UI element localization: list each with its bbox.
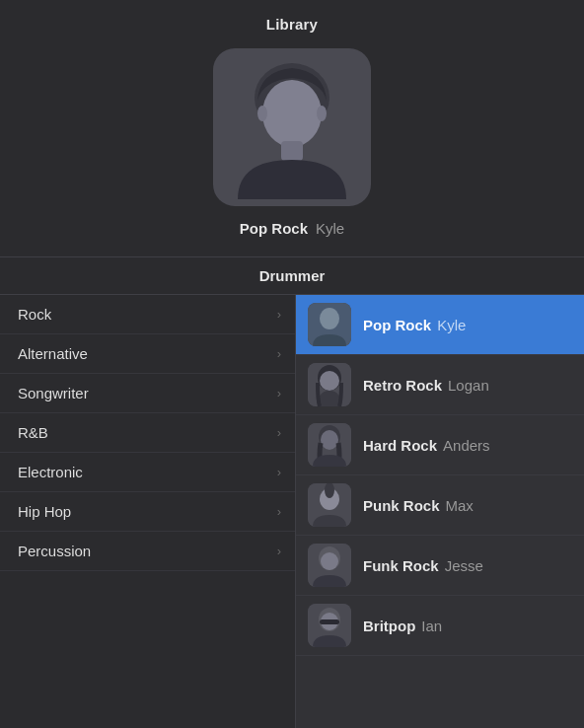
library-title: Library: [266, 16, 318, 33]
svg-point-9: [320, 371, 339, 391]
drummer-info: Pop Rock Kyle: [363, 317, 466, 333]
sidebar-item-label: Electronic: [18, 464, 83, 480]
drummer-avatar: [308, 423, 351, 467]
sidebar-item-label: Rock: [18, 306, 51, 323]
chevron-right-icon: ›: [277, 425, 281, 440]
drummer-genre: Funk Rock: [363, 557, 439, 574]
drummer-avatar: [308, 604, 351, 647]
drummer-name: Max: [446, 497, 474, 514]
artist-name: Kyle: [316, 220, 344, 237]
avatar-image: [228, 56, 356, 199]
sidebar-item-hiphop[interactable]: Hip Hop ›: [0, 492, 295, 532]
drummer-info: Britpop Ian: [363, 618, 442, 634]
sidebar-item-label: Songwriter: [18, 385, 89, 401]
drummer-info: Hard Rock Anders: [363, 437, 490, 454]
drummer-item-punkrock[interactable]: Punk Rock Max: [296, 475, 584, 536]
sidebar-item-electronic[interactable]: Electronic ›: [0, 453, 295, 492]
drummer-avatar: [308, 303, 351, 346]
sidebar-item-label: R&B: [18, 424, 48, 441]
drummer-item-retrorock[interactable]: Retro Rock Logan: [296, 355, 584, 415]
svg-point-12: [321, 430, 338, 450]
svg-rect-22: [320, 619, 339, 624]
sidebar-item-label: Hip Hop: [18, 503, 71, 520]
sidebar-item-alternative[interactable]: Alternative ›: [0, 334, 295, 374]
drummer-name: Anders: [443, 437, 490, 454]
drummer-genre: Hard Rock: [363, 437, 437, 454]
svg-rect-2: [281, 141, 303, 161]
chevron-right-icon: ›: [277, 544, 281, 558]
drummer-item-poprock[interactable]: Pop Rock Kyle: [296, 295, 584, 355]
chevron-right-icon: ›: [277, 386, 281, 400]
drummer-name: Ian: [421, 618, 442, 634]
svg-point-18: [321, 552, 338, 570]
svg-point-1: [262, 80, 322, 147]
sidebar-item-label: Percussion: [18, 543, 91, 559]
drummer-genre: Pop Rock: [363, 317, 431, 333]
drummer-genre: Punk Rock: [363, 497, 440, 514]
drummer-genre: Retro Rock: [363, 377, 442, 394]
chevron-right-icon: ›: [277, 465, 281, 479]
drummer-info: Retro Rock Logan: [363, 377, 489, 394]
drummer-avatar: [308, 483, 351, 527]
drummer-genre: Britpop: [363, 618, 415, 634]
artist-info: Pop Rock Kyle: [240, 220, 344, 237]
avatar: [213, 48, 371, 206]
sidebar-item-rock[interactable]: Rock ›: [0, 295, 295, 334]
sidebar-item-label: Alternative: [18, 345, 88, 362]
drummer-info: Punk Rock Max: [363, 497, 474, 514]
drummer-header: Drummer: [0, 257, 584, 295]
drummer-name: Logan: [448, 377, 489, 394]
sidebar: Rock › Alternative › Songwriter › R&B › …: [0, 295, 296, 728]
svg-point-3: [257, 106, 267, 121]
drummer-title: Drummer: [0, 267, 584, 284]
drummer-name: Jesse: [445, 557, 483, 574]
drummer-item-britpop[interactable]: Britpop Ian: [296, 596, 584, 656]
svg-point-4: [317, 106, 327, 121]
drummer-item-funkrock[interactable]: Funk Rock Jesse: [296, 536, 584, 596]
drummer-avatar: [308, 544, 351, 587]
chevron-right-icon: ›: [277, 307, 281, 322]
chevron-right-icon: ›: [277, 346, 281, 361]
sidebar-item-percussion[interactable]: Percussion ›: [0, 532, 295, 571]
drummer-name: Kyle: [437, 317, 466, 333]
chevron-right-icon: ›: [277, 504, 281, 519]
content-area: Rock › Alternative › Songwriter › R&B › …: [0, 295, 584, 728]
artist-genre: Pop Rock: [240, 220, 308, 237]
drummer-item-hardrock[interactable]: Hard Rock Anders: [296, 415, 584, 475]
sidebar-item-rnb[interactable]: R&B ›: [0, 413, 295, 453]
drummer-avatar: [308, 363, 351, 406]
svg-point-6: [320, 308, 339, 329]
drummer-list: Pop Rock Kyle Retro Rock Logan: [296, 295, 584, 728]
drummer-info: Funk Rock Jesse: [363, 557, 483, 574]
sidebar-item-songwriter[interactable]: Songwriter ›: [0, 374, 295, 413]
library-section: Library Pop Rock Kyle: [0, 0, 584, 256]
